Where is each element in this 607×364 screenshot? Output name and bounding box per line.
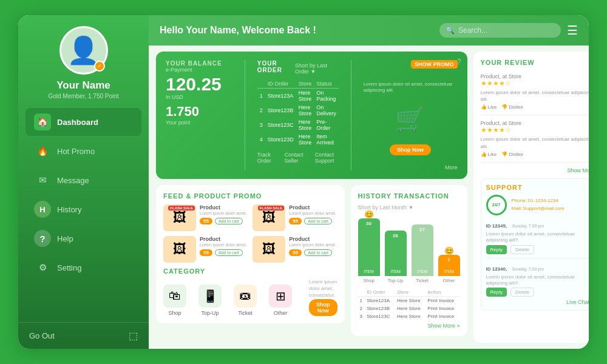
sidebar-item-setting[interactable]: ⚙ Setting xyxy=(25,254,141,281)
feed-info: Product Lorem ipsum dolor amet. 55 Add t… xyxy=(289,204,337,224)
phone-number: : 01-1234-1234 xyxy=(526,198,558,203)
topbar-right: 🔍 ☰ xyxy=(439,23,578,38)
review-card: YOUR REVIEW Product, at Store ★★★★☆ Lore… xyxy=(473,52,589,343)
like-button[interactable]: 👍 Like xyxy=(481,152,497,157)
feed-thumb: 🖼 xyxy=(253,236,285,263)
category-item-ticket[interactable]: 🎟 Ticket xyxy=(234,285,257,316)
go-out-label: Go Out xyxy=(29,331,55,340)
table-row: 3 Store123C Here Store Print Invoice xyxy=(358,312,460,320)
category-item-topup[interactable]: 📱 Top-Up xyxy=(198,285,222,316)
chat-id: ID 12345, xyxy=(486,223,507,229)
feed-lorem: Lorem ipsum dolor amet. xyxy=(289,211,337,216)
bar-value: 7 xyxy=(447,257,450,263)
bar-value: 26 xyxy=(393,233,398,238)
balance-right: SHOW PROMO Lorem ipsum dolor sit amet, c… xyxy=(364,60,458,170)
category-item-other[interactable]: ⊞ Other xyxy=(269,285,292,316)
chat-actions: Reply Delete xyxy=(486,288,589,297)
more-link[interactable]: More xyxy=(445,164,458,170)
sidebar-item-label: Message xyxy=(57,176,89,185)
shop-icon: 🛍 xyxy=(163,285,186,308)
search-input[interactable] xyxy=(458,26,552,35)
history-card: HISTORY TRANSACTION Short by Last Month … xyxy=(351,185,467,336)
feed-thumb: 🖼 xyxy=(163,236,196,263)
hist-col-action: Action xyxy=(426,288,459,297)
dislike-button[interactable]: 👎 Dislike xyxy=(501,104,523,110)
feed-lorem: Lorem ipsum dolor amet. xyxy=(200,211,248,216)
reply-button[interactable]: Reply xyxy=(486,245,507,254)
nav-menu: 🏠 Dashboard 🔥 Hot Promo ✉ Message H Hist… xyxy=(18,108,149,322)
logout-icon[interactable]: ⬚ xyxy=(129,330,138,342)
price-badge: 55 xyxy=(200,218,212,224)
feed-thumb: 🖼FLASH SALE xyxy=(253,204,285,231)
bar-wrap: 😊 7 ITEM Other xyxy=(438,255,460,283)
chat-actions: Reply Delete xyxy=(486,245,589,254)
dislike-button[interactable]: 👎 Dislike xyxy=(501,152,523,157)
add-to-cart-button[interactable]: Add to cart xyxy=(304,218,332,224)
hamburger-icon[interactable]: ☰ xyxy=(567,23,578,38)
delete-button[interactable]: Delete xyxy=(510,288,534,297)
smiley-icon: 😊 xyxy=(364,210,374,219)
bar-value: 27 xyxy=(419,227,425,232)
bar-name: Top-Up xyxy=(388,278,404,283)
balance-label: YOUR BALANCE xyxy=(166,60,232,67)
show-more-history[interactable]: Show More » xyxy=(358,323,460,329)
support-box: SUPPORT 24/7 Phone: 01-1234-1234 Mail: S… xyxy=(481,178,589,311)
category-title: CATEGORY xyxy=(163,268,337,275)
track-order-link[interactable]: Track Order xyxy=(257,152,275,164)
live-chat-link[interactable]: Live Chat » xyxy=(486,299,589,305)
chat-body: Lorem ipsum dolor sit amet, consectetuar… xyxy=(486,231,589,244)
table-row: 1 Store123A Here Store Print Invoice xyxy=(358,297,460,305)
user-name: Your Name xyxy=(56,79,110,92)
chat-entry: ID 12340, Sunday, 7.00 pm Lorem ipsum do… xyxy=(486,258,589,297)
user-sub: Gold Member, 1.750 Point xyxy=(48,93,118,99)
other-icon: ⊞ xyxy=(269,285,292,308)
shop-now-button[interactable]: Shop Now xyxy=(309,299,337,316)
contact-support-link[interactable]: Contact Support xyxy=(315,152,339,164)
add-to-cart-button[interactable]: Add to cart xyxy=(215,249,243,256)
search-icon: 🔍 xyxy=(446,26,455,35)
order-sort[interactable]: Short by Last Order ▼ xyxy=(295,62,339,75)
history-table: ID Order Store Action 1 Store123A Here S… xyxy=(358,288,460,320)
feed-grid: 🖼FLASH SALE Product Lorem ipsum dolor am… xyxy=(163,204,337,263)
like-button[interactable]: 👍 Like xyxy=(481,104,497,110)
add-to-cart-button[interactable]: Add to cart xyxy=(304,249,332,256)
review-product: Product, at Store xyxy=(481,73,589,79)
feed-title: FEED & PRODUCT PROMO xyxy=(163,192,337,200)
sidebar-item-label: Help xyxy=(57,234,73,243)
review-body: Lorem ipsum dolor sit amet, consectetuar… xyxy=(481,136,589,149)
category-item-shop[interactable]: 🛍 Shop xyxy=(163,285,186,316)
feed-category-col: FEED & PRODUCT PROMO 🖼FLASH SALE Product… xyxy=(156,185,345,343)
go-out-row: Go Out ⬚ xyxy=(18,322,149,349)
table-row: 3 Store123C Here Store Pre-Order xyxy=(257,118,339,132)
avatar-icon: 👤 xyxy=(67,35,100,66)
mail-label: Mail xyxy=(512,206,521,211)
feed-lorem: Lorem ipsum dolor amet. xyxy=(289,242,337,248)
sidebar-item-dashboard[interactable]: 🏠 Dashboard xyxy=(25,108,141,136)
review-title: YOUR REVIEW xyxy=(481,59,589,66)
sidebar-item-hotpromo[interactable]: 🔥 Hot Promo xyxy=(25,137,141,165)
bar-other: 😊 7 ITEM xyxy=(438,255,460,276)
delete-button[interactable]: Delete xyxy=(510,245,534,254)
sidebar-item-message[interactable]: ✉ Message xyxy=(25,166,141,194)
add-to-cart-button[interactable]: Add to cart xyxy=(215,218,243,224)
reply-button[interactable]: Reply xyxy=(486,288,507,297)
category-promo: Lorem ipsumdolor amet,consectetur. Shop … xyxy=(304,278,337,316)
show-more-review[interactable]: Show More » xyxy=(481,167,589,174)
chat-time: Sunday, 7.00 pm xyxy=(512,224,544,228)
feed-product-name: Product xyxy=(200,236,248,242)
shop-now-button[interactable]: Shop Now xyxy=(390,144,431,155)
sidebar-item-history[interactable]: H History xyxy=(25,195,141,223)
ticket-icon: 🎟 xyxy=(234,285,257,308)
bar-sub: ITEM xyxy=(390,269,401,274)
mail-address: : Support@mail.com xyxy=(520,206,565,211)
sidebar: 👤 ✓ Your Name Gold Member, 1.750 Point 🏠… xyxy=(18,15,149,349)
sidebar-item-help[interactable]: ? Help xyxy=(25,224,141,252)
support-247-badge: 24/7 xyxy=(486,195,507,215)
message-icon: ✉ xyxy=(34,172,51,189)
review-actions: 👍 Like 👎 Dislike xyxy=(481,104,589,110)
cat-label: Shop xyxy=(168,310,181,316)
avatar-badge: ✓ xyxy=(94,61,105,72)
hist-col-num xyxy=(358,288,365,297)
contact-seller-link[interactable]: Contact Seller xyxy=(285,152,305,164)
review-stars: ★★★★☆ xyxy=(481,126,589,134)
